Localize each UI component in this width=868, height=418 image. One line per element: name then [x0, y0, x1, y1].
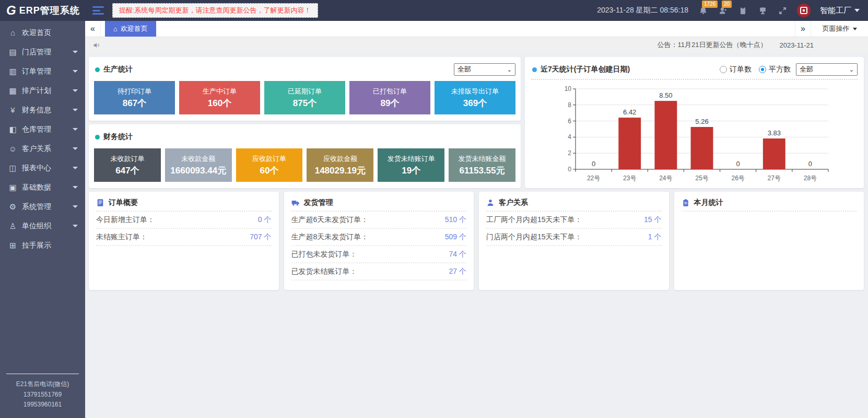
panel-dot-icon: [95, 67, 100, 72]
svg-text:24号: 24号: [659, 175, 672, 182]
order-icon: ▥: [8, 67, 17, 76]
stat-card-unpaid-orders[interactable]: 未收款订单 647个: [94, 148, 161, 182]
stat-card-shipped-unsettled-orders[interactable]: 发货未结账订单 19个: [378, 148, 444, 182]
sidebar-item-customers[interactable]: ☺ 客户关系: [0, 139, 85, 158]
customers-icon: ☺: [8, 144, 17, 153]
support-phone-label: E21售后电话(微信): [6, 379, 79, 389]
info-value-link[interactable]: 74 个: [449, 250, 466, 259]
print-icon[interactable]: [757, 5, 768, 16]
sidebar-menu: ⌂ 欢迎首页 ▤ 门店管理 ▥ 订单管理 ▦ 排产计划 ¥ 财务信息: [0, 21, 85, 368]
chevron-down-icon: [73, 147, 78, 150]
sidebar-item-system[interactable]: ⚙ 系统管理: [0, 197, 85, 216]
chart-title: 近7天统计(子订单创建日期): [541, 65, 630, 74]
fullscreen-icon[interactable]: [777, 5, 788, 16]
logo-icon: G: [6, 4, 16, 17]
chevron-down-icon: [73, 225, 78, 227]
stat-card-in-production[interactable]: 生产中订单 160个: [179, 81, 260, 114]
svg-text:10: 10: [564, 85, 571, 92]
user-caret-icon: [854, 9, 860, 12]
finance-stats-title: 财务统计: [103, 132, 133, 142]
info-value-link[interactable]: 15 个: [644, 215, 661, 225]
radio-square-count[interactable]: 平方数: [759, 65, 791, 74]
sidebar-item-handle-display[interactable]: ⊞ 拉手展示: [0, 236, 85, 255]
sidebar: ⌂ 欢迎首页 ▤ 门店管理 ▥ 订单管理 ▦ 排产计划 ¥ 财务信息: [0, 21, 85, 418]
user-avatar[interactable]: [797, 4, 811, 17]
stat-card-delayed[interactable]: 已延期订单 875个: [264, 81, 345, 114]
sidebar-item-org[interactable]: ♙ 单位组织: [0, 216, 85, 236]
contacts-icon[interactable]: 20: [718, 5, 728, 16]
svg-text:27号: 27号: [767, 175, 780, 182]
person-icon: [486, 199, 495, 207]
info-value-link[interactable]: 1 个: [648, 233, 662, 242]
sidebar-item-home[interactable]: ⌂ 欢迎首页: [0, 23, 85, 42]
svg-text:0: 0: [568, 166, 571, 173]
sidebar-item-reports[interactable]: ◫ 报表中心: [0, 158, 85, 178]
stat-card-unpaid-amount[interactable]: 未收款金额 1660093.44元: [165, 148, 232, 182]
handle-icon: ⊞: [8, 241, 17, 250]
clipboard-icon: [682, 199, 690, 207]
stat-card-to-print[interactable]: 待打印订单 867个: [94, 81, 175, 114]
stat-card-shipped-unsettled-amount[interactable]: 发货未结账金额 61153.55元: [449, 148, 515, 182]
dashboard-content: 生产统计 全部 ⌄ 待打印订单 867个: [85, 53, 868, 418]
svg-text:3.83: 3.83: [767, 129, 780, 137]
svg-text:2: 2: [568, 149, 571, 157]
announcement-text[interactable]: 公告：11月21日更新公告（晚十点）: [657, 40, 767, 50]
finance-icon: ¥: [8, 106, 17, 114]
user-name: 智能工厂: [820, 6, 851, 16]
sidebar-item-orders[interactable]: ▥ 订单管理: [0, 62, 85, 81]
chevron-down-icon: [73, 89, 78, 92]
page-actions-dropdown[interactable]: 页面操作: [811, 21, 868, 37]
info-row: 工厂两个月内超15天未下单： 15 个: [486, 212, 662, 229]
sidebar-item-base-data[interactable]: ▣ 基础数据: [0, 178, 85, 197]
info-value-link[interactable]: 27 个: [449, 267, 466, 276]
system-icon: ⚙: [8, 202, 17, 212]
svg-text:28号: 28号: [803, 175, 816, 182]
sidebar-item-finance[interactable]: ¥ 财务信息: [0, 100, 85, 120]
svg-text:8: 8: [568, 101, 571, 108]
org-icon: ♙: [8, 222, 17, 231]
reports-icon: ◫: [8, 164, 17, 173]
svg-text:6.42: 6.42: [623, 108, 636, 116]
stat-card-receivable-amount[interactable]: 应收款金额 148029.19元: [307, 148, 373, 182]
sidebar-item-production-plan[interactable]: ▦ 排产计划: [0, 81, 85, 100]
info-value-link[interactable]: 0 个: [258, 215, 272, 225]
svg-text:5.26: 5.26: [695, 117, 708, 125]
app-logo: G ERP管理系统: [0, 0, 85, 21]
info-value-link[interactable]: 510 个: [445, 215, 466, 225]
info-row: 生产超6天未发货订单： 510 个: [291, 212, 467, 229]
info-value-link[interactable]: 509 个: [445, 233, 466, 242]
user-menu[interactable]: 智能工厂: [820, 6, 860, 16]
stat-card-receivable-orders[interactable]: 应收款订单 60个: [236, 148, 303, 182]
tab-bar: « ⌂ 欢迎首页 » 页面操作: [85, 21, 868, 37]
orders-summary-panel: 订单概要 今日新增主订单： 0 个 未结账主订单： 707 个: [89, 192, 279, 290]
production-filter-select[interactable]: 全部 ⌄: [454, 63, 515, 76]
svg-text:0: 0: [808, 160, 812, 168]
stat-card-packed[interactable]: 已打包订单 89个: [349, 81, 430, 114]
stat-card-unscheduled[interactable]: 未排版导出订单 369个: [435, 81, 515, 114]
chevron-down-icon: [853, 28, 857, 30]
week-stats-chart-panel: 近7天统计(子订单创建日期) 订单数 平方数: [525, 57, 864, 188]
document-icon: [96, 199, 104, 207]
tab-home[interactable]: ⌂ 欢迎首页: [105, 21, 156, 37]
panel-dot-icon: [532, 67, 537, 72]
sidebar-item-stores[interactable]: ▤ 门店管理: [0, 42, 85, 62]
svg-text:0: 0: [736, 160, 740, 168]
svg-text:26号: 26号: [731, 175, 744, 182]
tabs-scroll-left[interactable]: «: [85, 21, 101, 37]
chart-filter-select[interactable]: 全部 ⌄: [796, 63, 858, 76]
sidebar-item-warehouse[interactable]: ◧ 仓库管理: [0, 120, 85, 139]
support-phone-2: 19953960161: [6, 400, 79, 410]
panel-dot-icon: [95, 135, 100, 140]
clipboard-icon[interactable]: [737, 5, 748, 16]
top-header: G ERP管理系统 提醒:系统每周定期更新，请注意查阅更新公告，了解更新内容！ …: [0, 0, 868, 21]
svg-text:8.50: 8.50: [659, 91, 672, 99]
info-row: 生产超8天未发货订单： 509 个: [291, 229, 467, 246]
svg-text:25号: 25号: [695, 175, 708, 182]
sidebar-footer: E21售后电话(微信) 13791551769 19953960161: [0, 368, 85, 418]
menu-collapse-icon[interactable]: [92, 6, 104, 15]
radio-order-count[interactable]: 订单数: [720, 65, 752, 74]
month-stats-panel: 本月统计: [674, 192, 864, 290]
info-value-link[interactable]: 707 个: [250, 233, 271, 242]
bell-icon[interactable]: 1726: [698, 5, 708, 16]
tabs-scroll-right[interactable]: »: [795, 21, 811, 37]
